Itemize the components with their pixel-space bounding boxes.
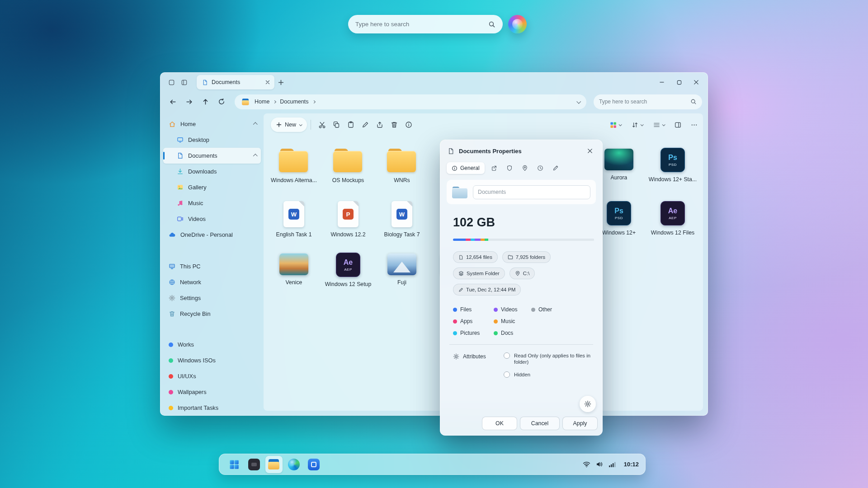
file-item[interactable]: English Task 1	[267, 201, 321, 238]
explorer-search-input[interactable]	[599, 99, 690, 105]
tab-security[interactable]	[504, 162, 515, 174]
sidebar-item-music[interactable]: Music	[163, 195, 261, 211]
legend-item: Apps	[453, 318, 494, 324]
preview-pane-button[interactable]	[670, 117, 685, 132]
tab-location[interactable]	[519, 162, 531, 174]
chevron-right-icon	[273, 100, 276, 103]
sidebar-tag-windows-isos[interactable]: Windows ISOs	[163, 352, 261, 368]
copilot-button[interactable]	[508, 15, 527, 33]
file-item[interactable]: Windows 12 Setup	[321, 253, 375, 287]
close-button[interactable]	[689, 76, 703, 89]
plus-icon	[276, 122, 282, 127]
sidebar-item-desktop[interactable]: Desktop	[163, 132, 261, 148]
signal-icon[interactable]	[609, 461, 616, 468]
address-dropdown-icon[interactable]	[576, 99, 581, 103]
sidebar-item-videos[interactable]: Videos	[163, 211, 261, 227]
window-menu-icon[interactable]	[165, 76, 178, 89]
sidebar-item-recycle-bin[interactable]: Recycle Bin	[163, 306, 261, 322]
ok-button[interactable]: OK	[482, 417, 517, 430]
tab-general[interactable]: General	[447, 162, 485, 174]
cut-button[interactable]	[315, 117, 329, 132]
info-button[interactable]	[401, 117, 416, 132]
tab-close-icon[interactable]	[265, 80, 270, 84]
start-button[interactable]	[226, 456, 243, 473]
location-chip[interactable]: C:\	[509, 267, 535, 279]
view-options-button[interactable]	[649, 117, 669, 132]
forward-button[interactable]	[182, 95, 196, 108]
file-item[interactable]: Windows 12+ Sta...	[646, 148, 700, 183]
tab-sharing[interactable]	[488, 162, 500, 174]
sort-button[interactable]	[627, 117, 647, 132]
dialog-close-button[interactable]	[584, 145, 596, 156]
back-button[interactable]	[166, 95, 179, 108]
layout-view-button[interactable]	[605, 117, 625, 132]
file-item[interactable]: Windows 12 Files	[646, 201, 700, 236]
tab-previous-versions[interactable]	[534, 162, 546, 174]
folder-name-input[interactable]	[473, 185, 590, 199]
sidebar-tag-works[interactable]: Works	[163, 337, 261, 352]
sidebar-item-this-pc[interactable]: This PC	[163, 258, 261, 274]
breadcrumb-home[interactable]: Home	[255, 99, 269, 105]
explorer-search-box[interactable]	[594, 94, 702, 109]
app-icon-dark[interactable]	[245, 456, 263, 473]
vertical-tabs-icon[interactable]	[178, 76, 190, 89]
sidebar-item-onedrive[interactable]: OneDrive - Personal	[163, 227, 261, 243]
sidebar-item-settings[interactable]: Settings	[163, 290, 261, 306]
volume-icon[interactable]	[596, 461, 603, 468]
new-button[interactable]: New	[271, 117, 307, 132]
refresh-button[interactable]	[215, 95, 228, 108]
sidebar-item-documents[interactable]: Documents	[163, 148, 261, 164]
minimize-button[interactable]	[655, 76, 669, 89]
hidden-checkbox[interactable]	[504, 371, 510, 378]
wifi-icon[interactable]	[583, 461, 590, 468]
sidebar-tag-important-tasks[interactable]: Important Tasks	[163, 400, 261, 416]
edge-taskbar-button[interactable]	[285, 456, 302, 473]
read-only-checkbox[interactable]	[504, 352, 510, 359]
taskbar-clock[interactable]: 10:12	[624, 461, 639, 468]
sidebar-item-downloads[interactable]: Downloads	[163, 164, 261, 179]
app-icon-blue[interactable]	[305, 456, 322, 473]
breadcrumb[interactable]: Home Documents	[235, 94, 586, 109]
advanced-settings-button[interactable]	[580, 396, 596, 412]
copy-button[interactable]	[329, 117, 344, 132]
up-button[interactable]	[198, 95, 212, 108]
more-options-button[interactable]	[687, 117, 701, 132]
tab-customize[interactable]	[550, 162, 561, 174]
file-explorer-taskbar-button[interactable]	[265, 456, 283, 473]
folder-type-chip[interactable]: System Folder	[453, 267, 505, 279]
sidebar-tag-wallpapers[interactable]: Wallpapers	[163, 384, 261, 400]
file-item[interactable]: Biology Task 7	[375, 201, 429, 238]
usage-segment	[475, 239, 480, 241]
shield-icon	[506, 165, 513, 171]
breadcrumb-documents[interactable]: Documents	[280, 99, 308, 105]
file-explorer-window: Documents	[160, 72, 708, 416]
folders-count-chip[interactable]: 7,925 folders	[502, 251, 551, 263]
collapse-icon[interactable]	[253, 122, 258, 127]
delete-button[interactable]	[387, 117, 401, 132]
apply-button[interactable]: Apply	[562, 417, 598, 430]
file-item[interactable]: Windows 12.2	[321, 201, 375, 238]
maximize-button[interactable]	[672, 76, 686, 89]
paste-button[interactable]	[344, 117, 358, 132]
sidebar-item-gallery[interactable]: Gallery	[163, 179, 261, 195]
files-count-chip[interactable]: 12,654 files	[453, 251, 498, 263]
windows-logo-icon	[229, 459, 240, 470]
file-item[interactable]: Venice	[267, 253, 321, 286]
tag-dot	[169, 374, 173, 379]
tab-documents[interactable]: Documents	[197, 75, 274, 89]
new-tab-icon[interactable]	[274, 76, 287, 89]
sidebar-item-network[interactable]: Network	[163, 274, 261, 290]
desktop-search-input[interactable]	[355, 21, 488, 28]
share-button[interactable]	[373, 117, 387, 132]
modified-date-chip[interactable]: Tue, Dec 2, 12:44 PM	[453, 284, 521, 296]
file-item[interactable]: OS Mockups	[321, 148, 375, 183]
sidebar-tag-ui-uxs[interactable]: UI/UXs	[163, 368, 261, 384]
file-item[interactable]: Fuji	[375, 253, 429, 286]
cancel-button[interactable]: Cancel	[520, 417, 560, 430]
file-item[interactable]: WNRs	[375, 148, 429, 183]
sidebar-item-home[interactable]: Home	[163, 116, 261, 132]
desktop-search-bar[interactable]	[348, 15, 503, 33]
file-item[interactable]: Windows Alterna...	[267, 148, 321, 183]
collapse-icon[interactable]	[253, 154, 258, 158]
rename-button[interactable]	[358, 117, 373, 132]
